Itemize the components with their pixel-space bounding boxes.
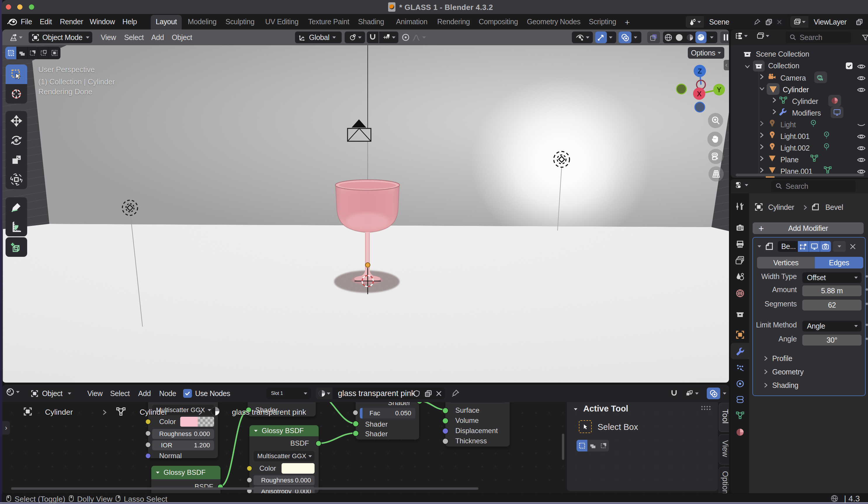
svg-text:X: X (697, 90, 702, 98)
svg-text:Z: Z (698, 67, 702, 75)
svg-text:Y: Y (717, 86, 721, 94)
